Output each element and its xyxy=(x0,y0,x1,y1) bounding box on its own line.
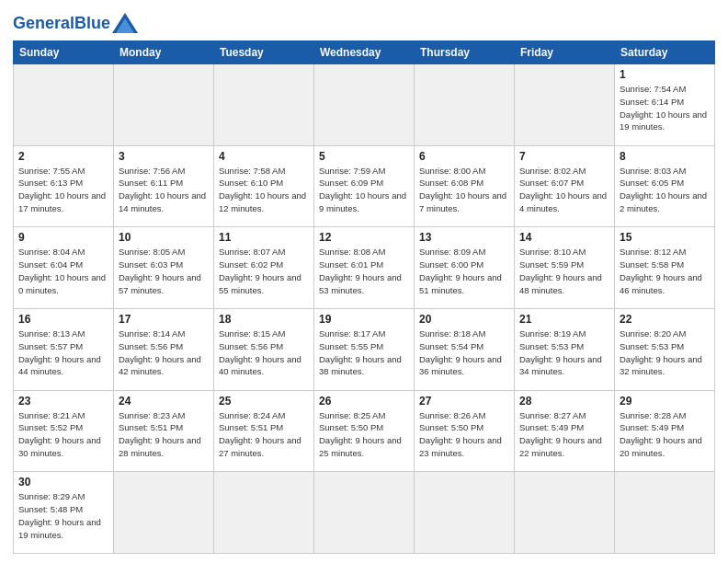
logo-blue: Blue xyxy=(74,14,110,32)
calendar-cell: 9Sunrise: 8:04 AM Sunset: 6:04 PM Daylig… xyxy=(14,227,114,309)
day-info: Sunrise: 8:03 AM Sunset: 6:05 PM Dayligh… xyxy=(620,165,710,215)
logo-general: General xyxy=(13,14,74,32)
day-info: Sunrise: 8:19 AM Sunset: 5:53 PM Dayligh… xyxy=(519,327,609,378)
day-info: Sunrise: 8:08 AM Sunset: 6:01 PM Dayligh… xyxy=(319,246,409,296)
day-number: 18 xyxy=(219,313,309,326)
calendar-cell xyxy=(214,472,314,554)
day-number: 17 xyxy=(119,313,209,326)
day-info: Sunrise: 8:26 AM Sunset: 5:50 PM Dayligh… xyxy=(419,409,509,460)
day-number: 8 xyxy=(620,150,710,163)
day-info: Sunrise: 8:13 AM Sunset: 5:57 PM Dayligh… xyxy=(18,327,108,378)
day-number: 22 xyxy=(620,313,710,326)
day-info: Sunrise: 7:55 AM Sunset: 6:13 PM Dayligh… xyxy=(18,165,108,215)
day-number: 7 xyxy=(519,150,609,163)
calendar-cell: 19Sunrise: 8:17 AM Sunset: 5:55 PM Dayli… xyxy=(314,308,415,390)
calendar-cell xyxy=(415,472,515,554)
calendar-cell: 22Sunrise: 8:20 AM Sunset: 5:53 PM Dayli… xyxy=(615,308,715,390)
day-number: 28 xyxy=(519,395,609,408)
calendar-cell xyxy=(114,472,214,554)
header-wednesday: Wednesday xyxy=(314,41,415,64)
calendar-cell xyxy=(14,64,114,146)
header-saturday: Saturday xyxy=(615,41,715,64)
day-number: 10 xyxy=(119,231,209,244)
calendar-cell: 17Sunrise: 8:14 AM Sunset: 5:56 PM Dayli… xyxy=(114,308,214,390)
calendar-cell: 2Sunrise: 7:55 AM Sunset: 6:13 PM Daylig… xyxy=(14,145,114,227)
header: GeneralBlue xyxy=(13,9,715,33)
day-number: 21 xyxy=(519,313,609,326)
calendar-cell: 1Sunrise: 7:54 AM Sunset: 6:14 PM Daylig… xyxy=(615,64,715,146)
calendar-table: Sunday Monday Tuesday Wednesday Thursday… xyxy=(13,40,715,554)
calendar-week-row: 16Sunrise: 8:13 AM Sunset: 5:57 PM Dayli… xyxy=(14,308,715,390)
calendar-cell: 21Sunrise: 8:19 AM Sunset: 5:53 PM Dayli… xyxy=(515,308,615,390)
day-number: 2 xyxy=(18,150,108,163)
calendar-cell xyxy=(515,472,615,554)
day-number: 6 xyxy=(419,150,509,163)
header-monday: Monday xyxy=(114,41,214,64)
day-info: Sunrise: 8:21 AM Sunset: 5:52 PM Dayligh… xyxy=(18,409,108,460)
day-info: Sunrise: 8:14 AM Sunset: 5:56 PM Dayligh… xyxy=(119,327,209,378)
day-number: 29 xyxy=(620,395,710,408)
day-number: 26 xyxy=(319,395,409,408)
calendar-cell: 25Sunrise: 8:24 AM Sunset: 5:51 PM Dayli… xyxy=(214,390,314,472)
day-number: 24 xyxy=(119,395,209,408)
calendar-cell: 4Sunrise: 7:58 AM Sunset: 6:10 PM Daylig… xyxy=(214,145,314,227)
calendar-cell: 6Sunrise: 8:00 AM Sunset: 6:08 PM Daylig… xyxy=(415,145,515,227)
calendar-cell: 13Sunrise: 8:09 AM Sunset: 6:00 PM Dayli… xyxy=(415,227,515,309)
day-info: Sunrise: 8:24 AM Sunset: 5:51 PM Dayligh… xyxy=(219,409,309,460)
day-number: 11 xyxy=(219,231,309,244)
day-info: Sunrise: 8:04 AM Sunset: 6:04 PM Dayligh… xyxy=(18,246,108,296)
calendar-week-row: 2Sunrise: 7:55 AM Sunset: 6:13 PM Daylig… xyxy=(14,145,715,227)
calendar-cell: 18Sunrise: 8:15 AM Sunset: 5:56 PM Dayli… xyxy=(214,308,314,390)
calendar-cell xyxy=(314,472,415,554)
calendar-cell: 5Sunrise: 7:59 AM Sunset: 6:09 PM Daylig… xyxy=(314,145,415,227)
header-friday: Friday xyxy=(515,41,615,64)
day-number: 25 xyxy=(219,395,309,408)
header-tuesday: Tuesday xyxy=(214,41,314,64)
day-info: Sunrise: 8:00 AM Sunset: 6:08 PM Dayligh… xyxy=(419,165,509,215)
calendar-cell xyxy=(114,64,214,146)
day-info: Sunrise: 8:18 AM Sunset: 5:54 PM Dayligh… xyxy=(419,327,509,378)
calendar-cell: 15Sunrise: 8:12 AM Sunset: 5:58 PM Dayli… xyxy=(615,227,715,309)
day-info: Sunrise: 8:20 AM Sunset: 5:53 PM Dayligh… xyxy=(620,327,710,378)
calendar-page: GeneralBlue Sunday Monday Tuesday Wednes… xyxy=(0,0,728,563)
calendar-cell: 28Sunrise: 8:27 AM Sunset: 5:49 PM Dayli… xyxy=(515,390,615,472)
day-number: 20 xyxy=(419,313,509,326)
day-number: 9 xyxy=(18,231,108,244)
day-info: Sunrise: 7:59 AM Sunset: 6:09 PM Dayligh… xyxy=(319,165,409,215)
day-number: 3 xyxy=(119,150,209,163)
calendar-cell: 20Sunrise: 8:18 AM Sunset: 5:54 PM Dayli… xyxy=(415,308,515,390)
day-number: 14 xyxy=(519,231,609,244)
day-info: Sunrise: 8:15 AM Sunset: 5:56 PM Dayligh… xyxy=(219,327,309,378)
day-number: 27 xyxy=(419,395,509,408)
day-info: Sunrise: 8:02 AM Sunset: 6:07 PM Dayligh… xyxy=(519,165,609,215)
day-info: Sunrise: 8:12 AM Sunset: 5:58 PM Dayligh… xyxy=(620,246,710,296)
day-number: 4 xyxy=(219,150,309,163)
day-info: Sunrise: 8:07 AM Sunset: 6:02 PM Dayligh… xyxy=(219,246,309,296)
calendar-cell xyxy=(515,64,615,146)
day-number: 12 xyxy=(319,231,409,244)
logo-wordmark: GeneralBlue xyxy=(13,15,110,31)
day-info: Sunrise: 8:29 AM Sunset: 5:48 PM Dayligh… xyxy=(18,490,108,541)
calendar-cell: 12Sunrise: 8:08 AM Sunset: 6:01 PM Dayli… xyxy=(314,227,415,309)
day-info: Sunrise: 8:09 AM Sunset: 6:00 PM Dayligh… xyxy=(419,246,509,296)
calendar-cell xyxy=(615,472,715,554)
calendar-week-row: 23Sunrise: 8:21 AM Sunset: 5:52 PM Dayli… xyxy=(14,390,715,472)
day-number: 19 xyxy=(319,313,409,326)
calendar-cell: 14Sunrise: 8:10 AM Sunset: 5:59 PM Dayli… xyxy=(515,227,615,309)
day-info: Sunrise: 7:58 AM Sunset: 6:10 PM Dayligh… xyxy=(219,165,309,215)
day-number: 23 xyxy=(18,395,108,408)
calendar-cell: 30Sunrise: 8:29 AM Sunset: 5:48 PM Dayli… xyxy=(14,472,114,554)
day-number: 15 xyxy=(620,231,710,244)
calendar-cell: 10Sunrise: 8:05 AM Sunset: 6:03 PM Dayli… xyxy=(114,227,214,309)
calendar-cell: 27Sunrise: 8:26 AM Sunset: 5:50 PM Dayli… xyxy=(415,390,515,472)
day-info: Sunrise: 8:25 AM Sunset: 5:50 PM Dayligh… xyxy=(319,409,409,460)
day-info: Sunrise: 7:56 AM Sunset: 6:11 PM Dayligh… xyxy=(119,165,209,215)
day-number: 13 xyxy=(419,231,509,244)
day-number: 5 xyxy=(319,150,409,163)
day-info: Sunrise: 8:27 AM Sunset: 5:49 PM Dayligh… xyxy=(519,409,609,460)
weekday-header-row: Sunday Monday Tuesday Wednesday Thursday… xyxy=(14,41,715,64)
calendar-cell: 7Sunrise: 8:02 AM Sunset: 6:07 PM Daylig… xyxy=(515,145,615,227)
day-number: 1 xyxy=(620,68,710,81)
day-info: Sunrise: 8:28 AM Sunset: 5:49 PM Dayligh… xyxy=(620,409,710,460)
calendar-cell: 26Sunrise: 8:25 AM Sunset: 5:50 PM Dayli… xyxy=(314,390,415,472)
